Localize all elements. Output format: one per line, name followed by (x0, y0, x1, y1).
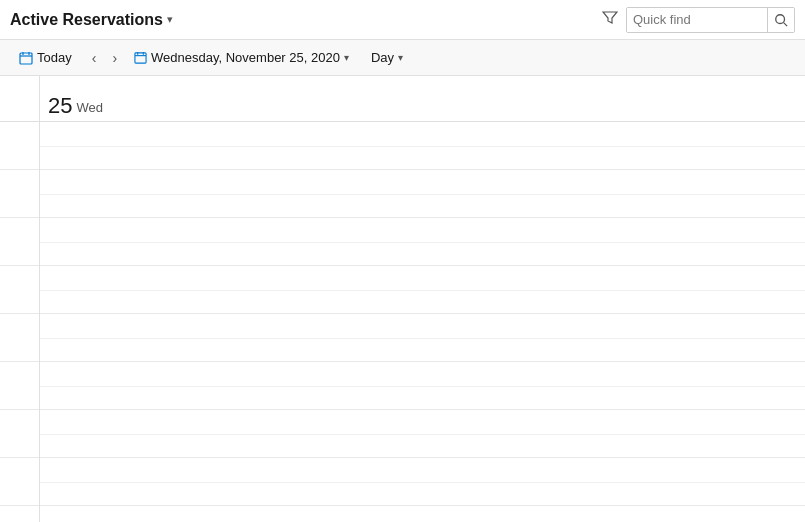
time-label-blank2 (0, 170, 39, 218)
time-gutter: 10a 11a 12p 1p 2p 3p 4p 5p (0, 76, 40, 522)
slot-blank4 (40, 266, 805, 314)
filter-icon[interactable] (602, 10, 618, 30)
day-header: 25 Wed (40, 76, 805, 122)
slot-blank1 (40, 122, 805, 170)
search-box (626, 7, 795, 33)
slot-blank8 (40, 458, 805, 506)
prev-arrow[interactable]: ‹ (87, 47, 102, 69)
svg-rect-2 (20, 53, 32, 64)
day-number: 25 (48, 95, 72, 117)
calendar-icon (134, 51, 147, 64)
slot-blank3 (40, 218, 805, 266)
app-header: Active Reservations ▾ (0, 0, 805, 40)
slot-blank9 (40, 506, 805, 522)
time-label-blank3 (0, 218, 39, 266)
time-label-blank6 (0, 362, 39, 410)
time-label-blank5 (0, 314, 39, 362)
date-selector[interactable]: Wednesday, November 25, 2020 ▾ (128, 47, 355, 68)
calendar-toolbar: Today ‹ › Wednesday, November 25, 2020 ▾… (0, 40, 805, 76)
day-column: 25 Wed (40, 76, 805, 522)
slot-blank5 (40, 314, 805, 362)
current-view: Day (371, 50, 394, 65)
calendar-body: 10a 11a 12p 1p 2p 3p 4p 5p 25 Wed (0, 76, 805, 522)
today-calendar-icon (19, 51, 33, 65)
slot-blank7 (40, 410, 805, 458)
page-title: Active Reservations (10, 11, 163, 29)
header-left: Active Reservations ▾ (10, 11, 173, 29)
search-input[interactable] (627, 8, 767, 32)
svg-point-0 (776, 14, 785, 23)
time-gutter-header (0, 76, 39, 122)
time-label-blank7 (0, 410, 39, 458)
search-button[interactable] (767, 8, 794, 32)
day-name: Wed (76, 100, 103, 117)
time-label-blank9 (0, 506, 39, 522)
svg-rect-6 (135, 53, 146, 63)
title-dropdown-icon[interactable]: ▾ (167, 13, 173, 26)
time-label-blank4 (0, 266, 39, 314)
current-date: Wednesday, November 25, 2020 (151, 50, 340, 65)
time-label-blank8 (0, 458, 39, 506)
today-label: Today (37, 50, 72, 65)
today-button[interactable]: Today (10, 46, 81, 69)
date-chevron-icon: ▾ (344, 52, 349, 63)
slot-blank6 (40, 362, 805, 410)
view-chevron-icon: ▾ (398, 52, 403, 63)
svg-line-1 (784, 22, 788, 26)
view-selector[interactable]: Day ▾ (365, 47, 409, 68)
next-arrow[interactable]: › (107, 47, 122, 69)
slot-blank2 (40, 170, 805, 218)
time-label-blank1 (0, 122, 39, 170)
header-right (602, 7, 795, 33)
